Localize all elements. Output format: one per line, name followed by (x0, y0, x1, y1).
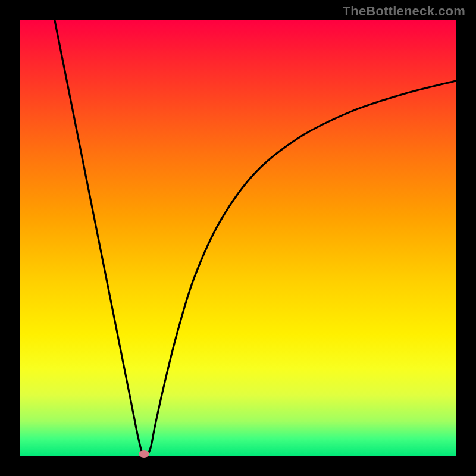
watermark-text: TheBottleneck.com (343, 4, 465, 19)
curve-svg (20, 20, 456, 456)
optimum-marker (139, 450, 149, 458)
chart-frame: TheBottleneck.com (0, 0, 476, 476)
bottleneck-curve (20, 0, 456, 456)
plot-area (20, 20, 456, 456)
